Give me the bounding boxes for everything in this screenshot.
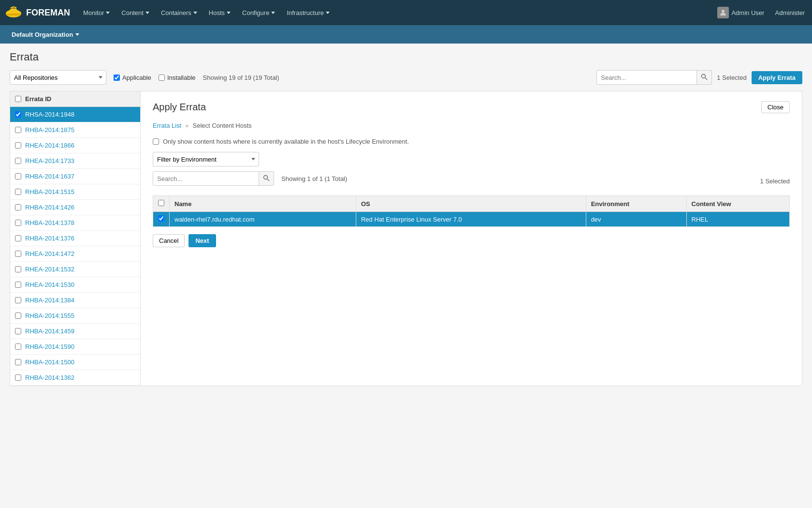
- nav-containers[interactable]: Containers: [155, 0, 203, 25]
- sidebar-link-8[interactable]: RHBA-2014:1376: [25, 235, 74, 242]
- nav-monitor[interactable]: Monitor: [77, 0, 116, 25]
- nav-infrastructure[interactable]: Infrastructure: [281, 0, 335, 25]
- table-select-all-checkbox[interactable]: [158, 200, 164, 206]
- repo-select-wrap: All Repositories: [10, 70, 106, 85]
- sidebar-item-15[interactable]: RHBA-2014:1590: [10, 339, 140, 355]
- search-wrap: [596, 70, 712, 85]
- sidebar-checkbox-6[interactable]: [15, 204, 21, 210]
- table-row[interactable]: walden-rhel7.rdu.redhat.com Red Hat Ente…: [153, 212, 790, 227]
- sidebar-checkbox-1[interactable]: [15, 127, 21, 133]
- sidebar-link-0[interactable]: RHSA-2014:1948: [25, 111, 74, 118]
- sidebar-checkbox-4[interactable]: [15, 173, 21, 179]
- inner-search-row: Showing 1 of 1 (1 Total): [153, 171, 347, 186]
- sidebar-item-13[interactable]: RHBA-2014:1555: [10, 308, 140, 324]
- table-row-checkbox-0[interactable]: [158, 215, 164, 222]
- sidebar-link-5[interactable]: RHBA-2014:1515: [25, 188, 74, 195]
- sidebar-item-10[interactable]: RHEA-2014:1532: [10, 262, 140, 277]
- sidebar-item-17[interactable]: RHBA-2014:1362: [10, 370, 140, 386]
- sidebar-link-6[interactable]: RHBA-2014:1426: [25, 204, 74, 211]
- sidebar-item-11[interactable]: RHEA-2014:1530: [10, 277, 140, 293]
- table-header-env: Environment: [586, 196, 686, 212]
- sidebar-item-0[interactable]: RHSA-2014:1948: [10, 107, 140, 122]
- sidebar-item-8[interactable]: RHBA-2014:1376: [10, 231, 140, 246]
- close-button[interactable]: Close: [761, 101, 790, 113]
- sidebar-checkbox-12[interactable]: [15, 297, 21, 303]
- search-input[interactable]: [596, 70, 697, 85]
- cancel-button[interactable]: Cancel: [153, 234, 185, 247]
- sidebar-checkbox-10[interactable]: [15, 266, 21, 272]
- installable-checkbox-label[interactable]: Installable: [159, 74, 196, 81]
- subnav-org[interactable]: Default Organization: [5, 25, 86, 44]
- sidebar-item-12[interactable]: RHBA-2014:1384: [10, 293, 140, 308]
- sidebar-checkbox-7[interactable]: [15, 220, 21, 226]
- applicable-checkbox[interactable]: [114, 75, 120, 81]
- app-brand[interactable]: FOREMAN: [5, 4, 77, 21]
- apply-errata-button[interactable]: Apply Errata: [752, 71, 802, 84]
- sidebar-select-all-checkbox[interactable]: [15, 96, 21, 102]
- sidebar-link-9[interactable]: RHEA-2014:1472: [25, 250, 74, 257]
- breadcrumb-separator: »: [185, 122, 188, 129]
- applicable-checkbox-label[interactable]: Applicable: [114, 74, 151, 81]
- sidebar-link-15[interactable]: RHBA-2014:1590: [25, 343, 74, 350]
- sidebar-item-3[interactable]: RHEA-2014:1733: [10, 153, 140, 169]
- sidebar-item-16[interactable]: RHBA-2014:1500: [10, 355, 140, 370]
- sidebar-link-12[interactable]: RHBA-2014:1384: [25, 297, 74, 304]
- sidebar-checkbox-17[interactable]: [15, 374, 21, 381]
- lifecycle-filter-label[interactable]: Only show content hosts where is current…: [153, 138, 790, 145]
- sidebar-link-13[interactable]: RHBA-2014:1555: [25, 312, 74, 319]
- sidebar-link-7[interactable]: RHBA-2014:1378: [25, 219, 74, 226]
- search-button[interactable]: [697, 70, 712, 85]
- sidebar-checkbox-16[interactable]: [15, 359, 21, 365]
- sidebar-link-17[interactable]: RHBA-2014:1362: [25, 374, 74, 381]
- sidebar-checkbox-5[interactable]: [15, 189, 21, 195]
- table-header-os: OS: [356, 196, 586, 212]
- sidebar-item-1[interactable]: RHBA-2014:1875: [10, 122, 140, 138]
- page-title: Errata: [10, 51, 802, 63]
- lifecycle-filter-checkbox[interactable]: [153, 138, 159, 145]
- sidebar-checkbox-11[interactable]: [15, 282, 21, 288]
- repo-select[interactable]: All Repositories: [10, 70, 106, 85]
- sidebar-checkbox-0[interactable]: [15, 111, 21, 118]
- sidebar-link-10[interactable]: RHEA-2014:1532: [25, 266, 74, 273]
- breadcrumb-errata-list[interactable]: Errata List: [153, 122, 181, 129]
- infrastructure-caret: [326, 12, 330, 14]
- svg-line-4: [705, 78, 707, 80]
- hosts-caret: [227, 12, 231, 14]
- sidebar-checkbox-9[interactable]: [15, 251, 21, 257]
- sidebar-link-14[interactable]: RHBA-2014:1459: [25, 328, 74, 335]
- next-button[interactable]: Next: [188, 234, 216, 247]
- sidebar-item-6[interactable]: RHBA-2014:1426: [10, 200, 140, 215]
- sidebar-link-11[interactable]: RHEA-2014:1530: [25, 281, 74, 288]
- nav-content[interactable]: Content: [116, 0, 155, 25]
- sidebar-checkbox-3[interactable]: [15, 158, 21, 164]
- action-buttons: Cancel Next: [153, 234, 790, 247]
- sidebar-item-5[interactable]: RHBA-2014:1515: [10, 184, 140, 200]
- installable-checkbox[interactable]: [159, 75, 165, 81]
- nav-configure[interactable]: Configure: [236, 0, 281, 25]
- sidebar-checkbox-15[interactable]: [15, 344, 21, 350]
- sidebar-checkbox-14[interactable]: [15, 328, 21, 334]
- sidebar-link-2[interactable]: RHEA-2014:1866: [25, 142, 74, 149]
- host-search-button[interactable]: [259, 171, 274, 186]
- sidebar-checkbox-2[interactable]: [15, 142, 21, 149]
- nav-hosts[interactable]: Hosts: [203, 0, 236, 25]
- env-select[interactable]: Filter by Environment: [153, 152, 259, 166]
- admin-menu[interactable]: Admin User Administer: [717, 7, 807, 18]
- sidebar-link-16[interactable]: RHBA-2014:1500: [25, 359, 74, 366]
- sidebar-checkbox-8[interactable]: [15, 235, 21, 241]
- sidebar-link-1[interactable]: RHBA-2014:1875: [25, 126, 74, 134]
- sidebar-link-4[interactable]: RHBA-2014:1637: [25, 173, 74, 180]
- sidebar-item-4[interactable]: RHBA-2014:1637: [10, 169, 140, 184]
- sidebar-item-14[interactable]: RHBA-2014:1459: [10, 324, 140, 339]
- sidebar-checkbox-13[interactable]: [15, 313, 21, 319]
- host-search-input[interactable]: [153, 171, 259, 186]
- table-cell-env-0: dev: [586, 212, 686, 227]
- table-cell-check-0: [153, 212, 170, 227]
- sidebar-item-7[interactable]: RHBA-2014:1378: [10, 215, 140, 231]
- sidebar-link-3[interactable]: RHEA-2014:1733: [25, 157, 74, 164]
- sidebar-item-2[interactable]: RHEA-2014:1866: [10, 138, 140, 153]
- search-icon: [701, 74, 708, 80]
- containers-caret: [193, 12, 197, 14]
- sidebar-item-9[interactable]: RHEA-2014:1472: [10, 246, 140, 262]
- table-header-cv: Content View: [686, 196, 789, 212]
